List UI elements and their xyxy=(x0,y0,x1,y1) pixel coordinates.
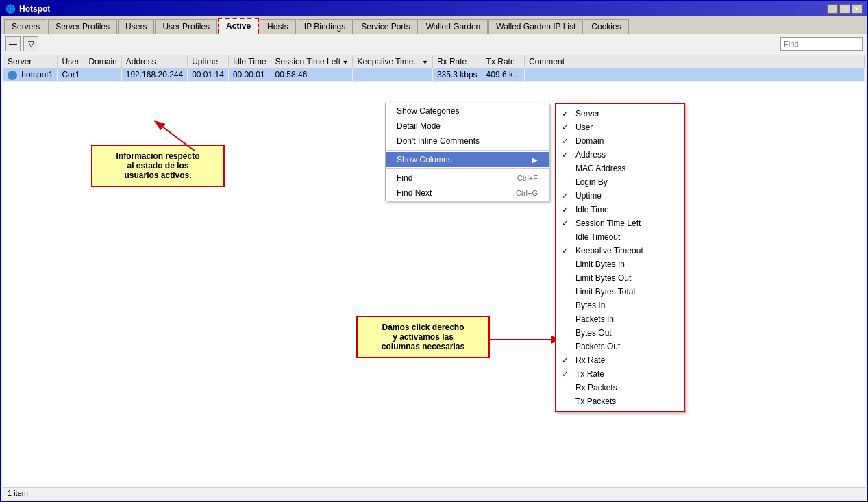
tab-service-ports[interactable]: Service Ports xyxy=(354,19,417,34)
cell-rx-rate: 335.3 kbps xyxy=(432,68,482,82)
check-keepalive-icon: ✓ xyxy=(562,246,569,255)
tab-server-profiles[interactable]: Server Profiles xyxy=(48,19,117,34)
subcol-domain[interactable]: ✓ Domain xyxy=(556,134,684,148)
col-header-keepalive-time[interactable]: Keepalive Time... xyxy=(353,55,432,68)
maximize-button[interactable]: □ xyxy=(839,4,850,14)
tab-user-profiles[interactable]: User Profiles xyxy=(155,19,217,34)
subcol-user[interactable]: ✓ User xyxy=(556,121,684,134)
tab-walled-garden[interactable]: Walled Garden xyxy=(419,19,488,34)
subcol-session-time-left[interactable]: ✓ Session Time Left xyxy=(556,216,684,230)
subcol-bytes-out[interactable]: Bytes Out xyxy=(556,326,684,340)
check-uptime-icon: ✓ xyxy=(562,191,569,201)
subcol-tx-packets[interactable]: Tx Packets xyxy=(556,394,684,408)
filter-button[interactable]: ▽ xyxy=(23,36,38,51)
app-icon: 🌐 xyxy=(5,4,16,14)
col-header-server[interactable]: Server xyxy=(3,55,58,68)
ctx-show-categories[interactable]: Show Categories xyxy=(386,103,549,118)
context-menu: Show Categories Detail Mode Don't Inline… xyxy=(385,103,549,201)
remove-button[interactable]: — xyxy=(5,36,21,51)
check-idle-time-icon: ✓ xyxy=(562,205,569,214)
tab-ip-bindings[interactable]: IP Bindings xyxy=(297,19,354,34)
subcol-packets-out[interactable]: Packets Out xyxy=(556,340,684,353)
cell-keepalive-time xyxy=(353,68,432,82)
submenu-arrow-icon: ▶ xyxy=(532,156,538,164)
cell-idle-time: 00:00:01 xyxy=(228,68,271,82)
title-bar-buttons: _ □ ✕ xyxy=(827,4,863,14)
col-header-uptime[interactable]: Uptime xyxy=(188,55,229,68)
ctx-find-next[interactable]: Find Next Ctrl+G xyxy=(386,186,549,201)
show-columns-submenu: ✓ Server ✓ User ✓ Domain ✓ Address MAC A… xyxy=(555,103,685,412)
subcol-limit-bytes-in[interactable]: Limit Bytes In xyxy=(556,258,684,271)
col-header-rx-rate[interactable]: Rx Rate xyxy=(432,55,482,68)
find-input[interactable] xyxy=(780,37,863,51)
tab-hosts[interactable]: Hosts xyxy=(260,19,296,34)
tab-active[interactable]: Active xyxy=(218,18,259,34)
ctx-dont-inline-comments[interactable]: Don't Inline Comments xyxy=(386,134,549,149)
table-header-row: Server User Domain Address Uptime Idle T… xyxy=(3,55,865,68)
cell-user: Cor1 xyxy=(58,68,84,82)
check-domain-icon: ✓ xyxy=(562,136,569,146)
find-box xyxy=(780,37,863,51)
subcol-rx-packets[interactable]: Rx Packets xyxy=(556,381,684,394)
check-tx-rate-icon: ✓ xyxy=(562,369,569,379)
subcol-packets-in[interactable]: Packets In xyxy=(556,312,684,326)
row-icon xyxy=(8,71,17,80)
subcol-idle-timeout[interactable]: Idle Timeout xyxy=(556,230,684,244)
status-bar: 1 item xyxy=(3,487,865,499)
minimize-button[interactable]: _ xyxy=(827,4,838,14)
check-user-icon: ✓ xyxy=(562,123,569,132)
cell-comment xyxy=(524,68,864,82)
col-header-comment[interactable]: Comment xyxy=(524,55,864,68)
ctx-separator-1 xyxy=(386,150,549,151)
subcol-uptime[interactable]: ✓ Uptime xyxy=(556,189,684,203)
tab-users[interactable]: Users xyxy=(118,19,154,34)
tab-servers[interactable]: Servers xyxy=(4,19,47,34)
col-header-session-time-left[interactable]: Session Time Left xyxy=(271,55,353,68)
check-address-icon: ✓ xyxy=(562,150,569,160)
main-window: 🌐 Hotspot _ □ ✕ Servers Server Profiles … xyxy=(0,0,868,502)
col-header-idle-time[interactable]: Idle Time xyxy=(228,55,271,68)
annotation-box-1: Informacion respecto al estado de los us… xyxy=(91,145,225,187)
subcol-address[interactable]: ✓ Address xyxy=(556,148,684,162)
col-header-address[interactable]: Address xyxy=(121,55,187,68)
cell-domain xyxy=(84,68,121,82)
title-bar: 🌐 Hotspot _ □ ✕ xyxy=(1,1,867,16)
col-header-user[interactable]: User xyxy=(58,55,84,68)
subcol-limit-bytes-out[interactable]: Limit Bytes Out xyxy=(556,271,684,285)
col-header-tx-rate[interactable]: Tx Rate xyxy=(482,55,524,68)
annotation-box-2: Damos click derecho y activamos las colu… xyxy=(356,316,490,358)
cell-server: hotspot1 xyxy=(3,68,58,82)
subcol-mac-address[interactable]: MAC Address xyxy=(556,162,684,175)
subcol-idle-time[interactable]: ✓ Idle Time xyxy=(556,203,684,216)
check-server-icon: ✓ xyxy=(562,109,569,118)
close-button[interactable]: ✕ xyxy=(852,4,863,14)
ctx-detail-mode[interactable]: Detail Mode xyxy=(386,118,549,134)
tab-walled-garden-ip-list[interactable]: Walled Garden IP List xyxy=(488,19,583,34)
check-session-time-icon: ✓ xyxy=(562,218,569,228)
cell-address: 192.168.20.244 xyxy=(121,68,187,82)
ctx-separator-2 xyxy=(386,168,549,169)
title-bar-left: 🌐 Hotspot xyxy=(5,4,50,14)
subcol-tx-rate[interactable]: ✓ Tx Rate xyxy=(556,367,684,381)
cell-session-time-left: 00:58:46 xyxy=(271,68,353,82)
subcol-limit-bytes-total[interactable]: Limit Bytes Total xyxy=(556,285,684,299)
active-table: Server User Domain Address Uptime Idle T… xyxy=(3,55,865,82)
subcol-bytes-in[interactable]: Bytes In xyxy=(556,299,684,312)
cell-uptime: 00:01:14 xyxy=(188,68,229,82)
table-row[interactable]: hotspot1 Cor1 192.168.20.244 00:01:14 00… xyxy=(3,68,865,82)
window-title: Hotspot xyxy=(19,4,50,14)
filter-icon: ▽ xyxy=(28,39,34,49)
ctx-find[interactable]: Find Ctrl+F xyxy=(386,171,549,186)
cell-tx-rate: 409.6 k... xyxy=(482,68,524,82)
toolbar: — ▽ xyxy=(1,34,867,53)
subcol-keepalive-timeout[interactable]: ✓ Keepalive Timeout xyxy=(556,244,684,258)
subcol-login-by[interactable]: Login By xyxy=(556,175,684,189)
col-header-domain[interactable]: Domain xyxy=(84,55,121,68)
tab-bar: Servers Server Profiles Users User Profi… xyxy=(1,16,867,34)
ctx-show-columns[interactable]: Show Columns ▶ xyxy=(386,152,549,167)
subcol-rx-rate[interactable]: ✓ Rx Rate xyxy=(556,353,684,367)
check-rx-rate-icon: ✓ xyxy=(562,355,569,365)
subcol-server[interactable]: ✓ Server xyxy=(556,107,684,121)
tab-cookies[interactable]: Cookies xyxy=(584,19,628,34)
